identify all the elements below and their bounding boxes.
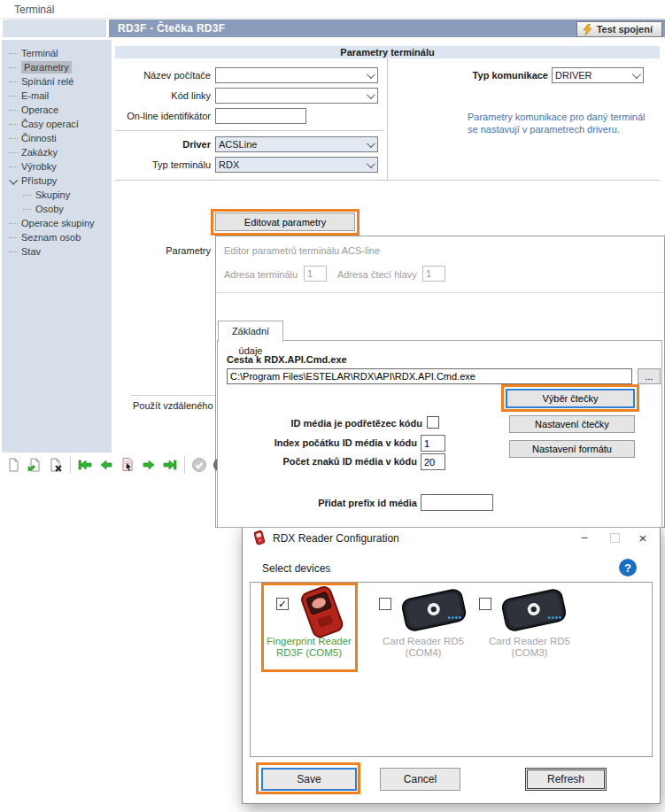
computer-name-label: Název počítače — [104, 70, 211, 81]
editor-title: Editor parametrů terminálu ACS-line — [224, 245, 380, 256]
test-connection-button[interactable]: Test spojení — [576, 21, 662, 37]
chevron-down-icon — [9, 175, 18, 184]
driver-hint-line1: Parametry komunikace pro daný terminál — [468, 112, 646, 122]
window-menu-terminal: Terminál — [14, 4, 54, 16]
length-field[interactable] — [421, 453, 445, 470]
sidebar-item-operace-skupiny[interactable]: Operace skupiny — [2, 216, 112, 230]
rdx-dialog-icon — [251, 530, 267, 545]
sidebar-item-vyrobky[interactable]: Výrobky — [2, 159, 112, 174]
sidebar-item-cinnosti[interactable]: Činnosti — [2, 131, 112, 145]
device-checkbox-rd3f-com5[interactable]: ✓ — [276, 598, 289, 610]
terminal-header-bar: RD3F - Čtečka RD3F Test spojení — [109, 19, 665, 37]
sidebar-item-pristupy[interactable]: Přístupy — [2, 174, 112, 188]
last-record-icon[interactable] — [160, 455, 180, 475]
reader-settings-button[interactable]: Nastavení čtečky — [509, 415, 635, 433]
device-label-rd3f-com5[interactable]: Fingerprint Reader RD3F (COM5) — [263, 636, 355, 659]
sidebar-item-seznam-osob[interactable]: Seznam osob — [2, 230, 112, 244]
device-label-rd5-com4[interactable]: Card Reader RD5 (COM4) — [373, 636, 474, 659]
close-button[interactable]: × — [628, 525, 658, 550]
save-button[interactable]: Save — [261, 768, 357, 791]
dialog-title: RDX Reader Configuration — [273, 532, 399, 545]
page-title: RD3F - Čtečka RD3F — [118, 22, 225, 35]
previous-record-icon[interactable] — [97, 455, 116, 475]
remote-label: Použít vzdáleného z — [133, 400, 215, 411]
driver-hint-line2: se nastavují v parametrech driveru. — [468, 124, 620, 135]
record-toolbar — [4, 455, 238, 475]
sidebar-item-terminal[interactable]: Terminál — [2, 46, 112, 60]
refresh-button[interactable]: Refresh — [525, 768, 607, 791]
select-reader-button[interactable]: Výběr čtečky — [506, 389, 635, 408]
terminal-type-combo[interactable]: RDX — [215, 157, 378, 173]
maximize-button[interactable] — [599, 525, 630, 550]
card-reader-com4-image[interactable] — [398, 584, 470, 636]
tree-line — [9, 67, 18, 68]
substring-checkbox[interactable] — [427, 416, 439, 429]
chevron-down-icon — [632, 70, 641, 79]
driver-combo[interactable]: ACSLine — [215, 136, 378, 152]
sidebar-tree: Terminál Parametry Spínání relé E-mail O… — [2, 40, 112, 452]
sidebar-item-osoby[interactable]: Osoby — [2, 202, 112, 216]
delete-record-icon[interactable] — [46, 455, 66, 475]
chevron-down-icon — [367, 139, 375, 148]
sidebar-item-zakazky[interactable]: Zakázky — [2, 145, 112, 159]
app-window: Terminál RD3F - Čtečka RD3F Test spojení… — [0, 0, 665, 812]
prefix-label: Přidat prefix id média — [240, 498, 417, 508]
editor-divider — [216, 292, 664, 293]
comm-type-combo[interactable]: DRIVER — [552, 67, 644, 83]
next-record-icon[interactable] — [139, 455, 159, 475]
card-reader-com3-image[interactable] — [498, 584, 570, 636]
parametry-label: Parametry — [140, 245, 211, 256]
confirm-icon[interactable] — [189, 455, 209, 475]
tree-line — [9, 152, 18, 153]
minimize-button[interactable]: – — [569, 525, 599, 550]
sidebar-top-strip — [3, 19, 106, 37]
group-header: Parametry terminálu — [115, 46, 660, 58]
line-code-combo[interactable] — [215, 88, 378, 104]
head-address-field[interactable] — [422, 266, 445, 282]
device-checkbox-rd5-com4[interactable] — [379, 598, 391, 610]
rdx-reader-dialog: RDX Reader Configuration – × Select devi… — [242, 524, 661, 804]
online-id-field[interactable] — [215, 108, 306, 124]
help-icon[interactable]: ? — [619, 559, 637, 576]
new-record-icon[interactable] — [4, 455, 23, 475]
sidebar-item-e-mail[interactable]: E-mail — [2, 89, 112, 103]
first-record-icon[interactable] — [75, 455, 95, 475]
sidebar-item-casy-operaci[interactable]: Časy operací — [2, 117, 112, 131]
maximize-icon — [610, 533, 620, 543]
tree-line — [9, 96, 18, 97]
remote-divider — [130, 395, 215, 396]
form-divider — [115, 130, 383, 131]
tab-zakladni-udaje[interactable]: Základní údaje — [218, 321, 283, 342]
format-settings-button[interactable]: Nastavení formátu — [509, 440, 635, 458]
cancel-button[interactable]: Cancel — [380, 768, 460, 791]
tree-line — [23, 195, 32, 196]
length-label: Počet znaků ID média v kódu — [210, 456, 417, 467]
edit-params-button[interactable]: Editovat parametry — [215, 213, 355, 231]
sidebar-item-skupiny[interactable]: Skupiny — [2, 188, 112, 202]
tree-line — [9, 81, 18, 82]
index-field[interactable] — [421, 435, 445, 452]
prefix-field[interactable] — [421, 494, 493, 511]
sidebar-item-stav[interactable]: Stav — [2, 244, 112, 259]
sidebar-item-spinani-rele[interactable]: Spínání relé — [2, 74, 112, 89]
toolbar-separator — [184, 456, 185, 474]
device-list: ✓ Fingerprint Reader RD3F (COM5) — [250, 582, 653, 757]
computer-name-combo[interactable] — [215, 67, 378, 83]
chevron-down-icon — [367, 90, 375, 99]
terminal-address-field[interactable] — [304, 266, 327, 282]
sidebar-item-parametry[interactable]: Parametry — [2, 60, 112, 74]
browse-records-icon[interactable] — [118, 455, 137, 475]
edit-record-icon[interactable] — [25, 455, 44, 475]
head-address-label: Adresa čtecí hlavy — [337, 269, 417, 280]
path-field[interactable] — [227, 368, 632, 384]
toolbar-separator — [70, 456, 71, 474]
substring-label: ID média je podřetězec kódu — [245, 418, 422, 429]
sidebar-item-operace[interactable]: Operace — [2, 103, 112, 117]
comm-type-label: Typ komunikace — [442, 70, 548, 81]
fingerprint-reader-image[interactable] — [293, 586, 352, 639]
device-checkbox-rd5-com3[interactable] — [479, 598, 491, 610]
terminal-address-label: Adresa terminálu — [224, 269, 298, 280]
device-label-rd5-com3[interactable]: Card Reader RD5 (COM3) — [474, 636, 585, 659]
select-devices-label: Select devices — [262, 562, 330, 575]
browse-button[interactable]: ... — [638, 368, 661, 384]
